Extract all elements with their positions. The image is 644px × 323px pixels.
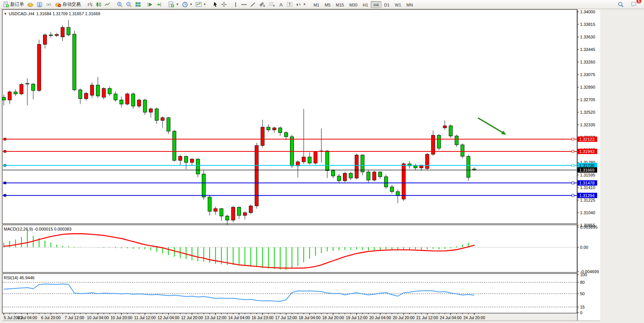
x-axis-label: 6 Jul 04:00 (18, 315, 37, 320)
candlestick-chart-button[interactable] (94, 1, 103, 8)
candle-body (49, 35, 53, 36)
line-handle[interactable] (4, 194, 6, 197)
line-handle[interactable] (572, 194, 574, 197)
timeframe-w1[interactable]: W1 (392, 1, 404, 8)
candle-body (55, 35, 59, 36)
price-label-text: 1.31294 (579, 193, 595, 198)
chevron-down-icon: ▼ (203, 3, 206, 6)
bar-chart-button[interactable] (86, 1, 94, 8)
clock-icon (182, 2, 188, 8)
vertical-line-button[interactable] (232, 1, 239, 8)
main-toolbar: 新订单 (0, 0, 644, 9)
rsi-axis-label: 15 (580, 305, 585, 309)
candle-body (14, 92, 17, 94)
rsi-axis-label: 80 (580, 280, 585, 285)
chart-symbol-period: USDCAD-,H4 (9, 11, 34, 16)
text-label-button[interactable]: T (285, 1, 294, 8)
crosshair-icon (221, 2, 227, 7)
line-handle[interactable] (4, 164, 6, 167)
indicators-button[interactable]: ▼ (167, 1, 180, 8)
profile-icon (37, 2, 43, 8)
candle-body (337, 176, 341, 181)
periods-button[interactable]: ▼ (180, 1, 194, 8)
fibonacci-icon: F (269, 2, 276, 7)
line-handle[interactable] (4, 182, 6, 184)
line-chart-icon (105, 2, 110, 7)
price-label-text: 1.31736 (579, 163, 595, 168)
timeframe-h4[interactable]: H4 (371, 1, 381, 8)
svg-text:E: E (263, 5, 265, 7)
price-chart-canvas[interactable]: 1.340001.338151.336301.334451.332601.330… (0, 9, 644, 323)
timeframe-mn[interactable]: MN (404, 1, 416, 8)
rsi-indicator-label: RSI(14) 45.9446 (4, 275, 35, 280)
signals-button[interactable] (44, 1, 53, 8)
text-icon: A (279, 2, 284, 7)
zoom-in-button[interactable] (115, 1, 124, 8)
timeframe-m5[interactable]: M5 (322, 1, 333, 8)
candle-body (273, 128, 276, 130)
collapse-triangle-icon[interactable]: ▼ (4, 12, 7, 16)
arrows-button[interactable]: ▼ (294, 1, 308, 8)
timeframe-m15[interactable]: M15 (333, 1, 346, 8)
price-label-text: 1.31669 (579, 168, 595, 172)
candle-body (196, 159, 199, 174)
candle-body (137, 100, 141, 106)
chart-window[interactable]: 1.340001.338151.336301.334451.332601.330… (0, 9, 644, 323)
chart-shift-icon (156, 2, 162, 7)
profile-button[interactable] (35, 1, 44, 8)
line-handle[interactable] (572, 164, 574, 167)
candle-body (314, 151, 317, 163)
rsi-axis-label: 0 (580, 310, 582, 315)
text-button[interactable]: A (277, 1, 285, 8)
fibonacci-button[interactable]: F (267, 1, 277, 8)
line-handle[interactable] (572, 138, 574, 140)
candle-body (114, 94, 117, 100)
rsi-axis-label: 50 (580, 291, 585, 296)
toolbar-separator (84, 2, 84, 8)
line-handle[interactable] (572, 182, 574, 184)
x-axis-label: 16 Jul 23:00 (252, 315, 273, 320)
x-axis-label: 7 Jul 12:00 (65, 315, 84, 320)
timeframe-d1[interactable]: D1 (381, 1, 392, 8)
trendline-button[interactable] (249, 1, 257, 8)
arrow-objects-icon (296, 2, 301, 7)
chart-shift-button[interactable] (155, 1, 163, 8)
line-handle[interactable] (4, 138, 6, 140)
gold-sycee-button[interactable] (26, 1, 35, 8)
search-button[interactable] (616, 1, 625, 8)
tile-windows-button[interactable] (134, 1, 142, 8)
notifications-button[interactable]: 1 (629, 1, 639, 8)
crosshair-button[interactable] (220, 1, 228, 8)
new-order-button[interactable]: 新订单 (2, 1, 26, 8)
svg-text:T: T (289, 3, 291, 7)
line-handle[interactable] (4, 150, 6, 153)
equidistant-channel-button[interactable]: E (257, 1, 267, 8)
timeframe-h1[interactable]: H1 (360, 1, 371, 8)
line-chart-button[interactable] (103, 1, 112, 8)
chevron-down-icon: ▼ (303, 3, 306, 6)
auto-scroll-button[interactable] (146, 1, 155, 8)
new-order-icon (3, 2, 9, 8)
candle-body (84, 93, 88, 99)
timeframe-m30[interactable]: M30 (347, 1, 360, 8)
equidistant-channel-icon: E (259, 2, 266, 7)
zoom-out-button[interactable] (124, 1, 134, 8)
x-axis-label: 24 Jul 04:00 (440, 315, 462, 320)
macd-panel[interactable] (2, 225, 577, 272)
y-axis-label: 1.34000 (580, 10, 595, 14)
templates-button[interactable]: ▼ (194, 1, 208, 8)
y-axis-label: 1.33815 (580, 22, 595, 27)
timeframe-m1[interactable]: M1 (311, 1, 322, 8)
candle-body (20, 84, 23, 94)
main-price-panel[interactable] (2, 10, 577, 224)
macd-indicator-label: MACD(12,26,9) -0.000015 0.000383 (4, 227, 72, 231)
candle-body (231, 207, 235, 220)
autotrading-button[interactable]: 自动交易 (53, 1, 82, 8)
candle-body (108, 89, 112, 94)
cursor-button[interactable] (211, 1, 220, 8)
signal-icon (46, 2, 52, 8)
horizontal-line-button[interactable] (239, 1, 249, 8)
candle-body (2, 97, 6, 100)
line-handle[interactable] (572, 150, 574, 153)
candle-body (143, 100, 147, 112)
